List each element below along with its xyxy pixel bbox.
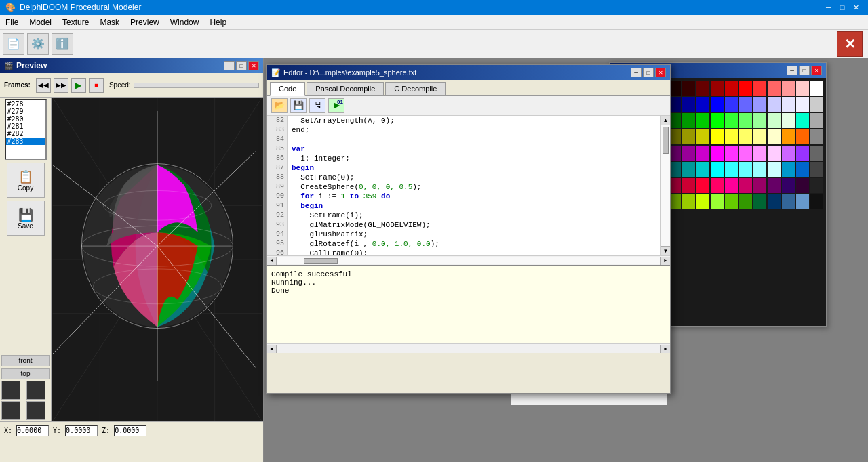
h-scroll-thumb[interactable] bbox=[304, 258, 338, 264]
color-cell-93[interactable] bbox=[782, 194, 795, 209]
frame-282[interactable]: #282 bbox=[6, 130, 45, 138]
color-cell-23[interactable] bbox=[810, 97, 823, 112]
color-cell-38[interactable] bbox=[682, 129, 695, 144]
preview-close-btn[interactable]: ✕ bbox=[248, 61, 259, 70]
output-scroll-right[interactable]: ► bbox=[660, 345, 670, 353]
maximize-button[interactable]: □ bbox=[835, 1, 849, 14]
color-cell-81[interactable] bbox=[782, 178, 795, 193]
code-editor[interactable]: 82 SetArrayLength(A, 0); 83 end; 84 85 v… bbox=[267, 116, 660, 255]
editor-maximize-btn[interactable]: □ bbox=[643, 68, 654, 77]
save-button[interactable]: 💾 Save bbox=[7, 201, 45, 236]
color-cell-68[interactable] bbox=[768, 162, 781, 177]
color-cell-2[interactable] bbox=[682, 81, 695, 96]
minimize-button[interactable]: ─ bbox=[822, 1, 835, 14]
color-cell-74[interactable] bbox=[682, 178, 695, 193]
tab-pascal-decompile[interactable]: Pascal Decompile bbox=[307, 82, 384, 96]
save-file-btn[interactable]: 💾 bbox=[290, 98, 307, 113]
color-cell-16[interactable] bbox=[711, 97, 724, 112]
scroll-up-btn[interactable]: ▲ bbox=[661, 116, 670, 125]
code-scrollbar-h[interactable]: ◄ ► bbox=[267, 255, 670, 265]
color-cell-31[interactable] bbox=[753, 113, 766, 128]
color-cell-54[interactable] bbox=[739, 146, 752, 161]
preview-maximize-btn[interactable]: □ bbox=[236, 61, 247, 70]
editor-close-btn[interactable]: ✕ bbox=[655, 68, 666, 77]
copy-button[interactable]: 📋 Copy bbox=[7, 163, 45, 198]
color-cell-33[interactable] bbox=[782, 113, 795, 128]
color-cell-17[interactable] bbox=[725, 97, 738, 112]
menu-mask[interactable]: Mask bbox=[94, 16, 125, 28]
color-cell-89[interactable] bbox=[725, 194, 738, 209]
color-cell-45[interactable] bbox=[782, 129, 795, 144]
color-cell-56[interactable] bbox=[768, 146, 781, 161]
play-btn[interactable]: ▶ bbox=[71, 78, 86, 93]
color-cell-26[interactable] bbox=[682, 113, 695, 128]
color-cell-42[interactable] bbox=[739, 129, 752, 144]
color-cell-3[interactable] bbox=[696, 81, 709, 96]
big-x-button[interactable]: ✕ bbox=[837, 31, 863, 57]
color-cell-91[interactable] bbox=[753, 194, 766, 209]
y-input[interactable] bbox=[65, 425, 98, 436]
color-cell-11[interactable] bbox=[810, 81, 823, 96]
code-scrollbar-v[interactable]: ▲ ▼ bbox=[660, 116, 670, 255]
color-cell-86[interactable] bbox=[682, 194, 695, 209]
color-cell-52[interactable] bbox=[711, 146, 724, 161]
menu-help[interactable]: Help bbox=[204, 16, 232, 28]
color-cell-83[interactable] bbox=[810, 178, 823, 193]
color-cell-27[interactable] bbox=[696, 113, 709, 128]
output-scrollbar-h[interactable]: ◄ ► bbox=[267, 343, 670, 353]
play-prev-btn[interactable]: ◀◀ bbox=[36, 78, 51, 93]
save-as-btn[interactable]: 🖫 bbox=[309, 98, 326, 113]
scroll-left-btn[interactable]: ◄ bbox=[267, 257, 277, 265]
tab-front[interactable]: front bbox=[1, 355, 50, 366]
color-cell-14[interactable] bbox=[682, 97, 695, 112]
color-cell-43[interactable] bbox=[753, 129, 766, 144]
color-cell-21[interactable] bbox=[782, 97, 795, 112]
texture-maximize-btn[interactable]: □ bbox=[799, 66, 810, 75]
menu-window[interactable]: Window bbox=[165, 16, 205, 28]
info-button[interactable]: ℹ️ bbox=[52, 33, 73, 55]
h-scroll-track[interactable] bbox=[277, 257, 660, 264]
color-cell-87[interactable] bbox=[696, 194, 709, 209]
frame-280[interactable]: #280 bbox=[6, 115, 45, 123]
color-cell-30[interactable] bbox=[739, 113, 752, 128]
color-cell-6[interactable] bbox=[739, 81, 752, 96]
play-next-btn[interactable]: ▶▶ bbox=[54, 78, 68, 93]
open-file-btn[interactable]: 📂 bbox=[271, 98, 288, 113]
color-cell-92[interactable] bbox=[768, 194, 781, 209]
output-scroll-left[interactable]: ◄ bbox=[267, 345, 277, 353]
color-cell-5[interactable] bbox=[725, 81, 738, 96]
tab-code[interactable]: Code bbox=[270, 82, 305, 96]
frame-281[interactable]: #281 bbox=[6, 123, 45, 130]
compile-btn[interactable]: ▶ 01 bbox=[328, 98, 344, 113]
speed-track[interactable]: · · · · · · · · · · · · · · · · · · bbox=[134, 83, 259, 88]
frame-279[interactable]: #279 bbox=[6, 108, 45, 115]
x-input[interactable] bbox=[16, 425, 49, 436]
color-cell-69[interactable] bbox=[782, 162, 795, 177]
color-cell-76[interactable] bbox=[711, 178, 724, 193]
menu-preview[interactable]: Preview bbox=[125, 16, 165, 28]
color-cell-7[interactable] bbox=[753, 81, 766, 96]
color-cell-8[interactable] bbox=[768, 81, 781, 96]
color-cell-47[interactable] bbox=[810, 129, 823, 144]
color-cell-59[interactable] bbox=[810, 146, 823, 161]
color-cell-67[interactable] bbox=[753, 162, 766, 177]
color-cell-58[interactable] bbox=[796, 146, 809, 161]
color-cell-88[interactable] bbox=[711, 194, 724, 209]
tab-top[interactable]: top bbox=[1, 368, 50, 379]
color-cell-51[interactable] bbox=[696, 146, 709, 161]
frame-283-selected[interactable]: #283 bbox=[6, 138, 45, 145]
color-cell-4[interactable] bbox=[711, 81, 724, 96]
color-cell-75[interactable] bbox=[696, 178, 709, 193]
menu-texture[interactable]: Texture bbox=[57, 16, 94, 28]
color-cell-80[interactable] bbox=[768, 178, 781, 193]
color-cell-95[interactable] bbox=[810, 194, 823, 209]
scroll-thumb[interactable] bbox=[663, 127, 669, 154]
color-cell-34[interactable] bbox=[796, 113, 809, 128]
scroll-track[interactable] bbox=[661, 125, 670, 246]
color-cell-20[interactable] bbox=[768, 97, 781, 112]
color-cell-28[interactable] bbox=[711, 113, 724, 128]
color-cell-79[interactable] bbox=[753, 178, 766, 193]
z-input[interactable] bbox=[114, 425, 146, 436]
color-cell-9[interactable] bbox=[782, 81, 795, 96]
settings-button[interactable]: ⚙️ bbox=[27, 33, 49, 55]
